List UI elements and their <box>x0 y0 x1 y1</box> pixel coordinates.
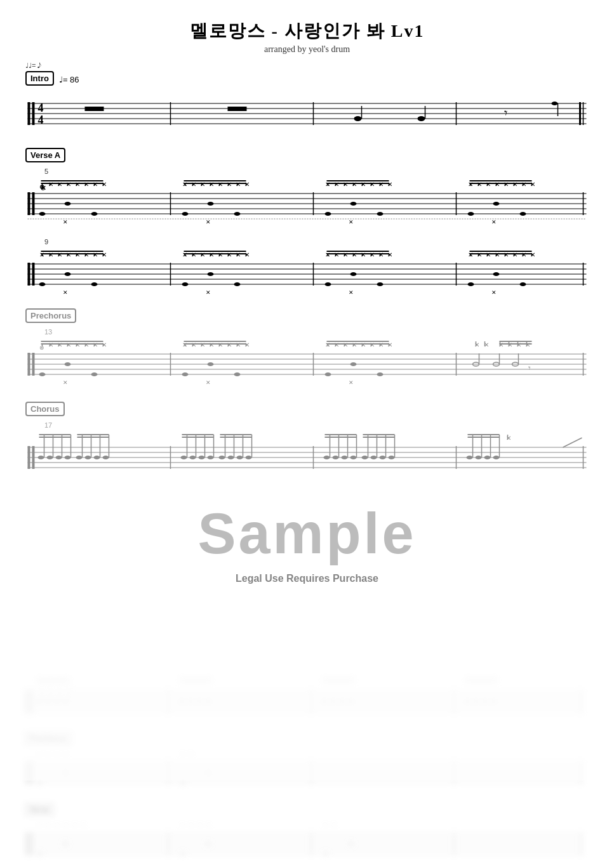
svg-text:✕: ✕ <box>477 181 482 188</box>
svg-text:✕: ✕ <box>484 341 489 348</box>
svg-text:✕: ✕ <box>361 251 366 258</box>
svg-point-377 <box>333 456 339 459</box>
svg-text:✕: ✕ <box>102 251 107 258</box>
svg-text:✕: ✕ <box>468 251 473 258</box>
svg-text:✕: ✕ <box>209 341 214 348</box>
blurred-prechorus-label: Prechorus <box>25 732 589 746</box>
subtitle: arranged by yeol's drum <box>25 44 589 55</box>
svg-point-56 <box>65 202 71 206</box>
svg-rect-229 <box>28 353 30 376</box>
svg-point-489 <box>180 852 186 856</box>
main-title: 멜로망스 - 사랑인가 봐 Lv1 <box>25 19 589 43</box>
svg-point-375 <box>324 456 330 459</box>
svg-point-118 <box>520 212 526 216</box>
versea-section: Verse A 5 <box>25 148 589 225</box>
intro-staff: 4 4 𝄾 <box>25 91 589 135</box>
svg-rect-471 <box>25 832 28 855</box>
svg-text:✕: ✕ <box>236 341 241 348</box>
blurred-row-3: ✕ ✕ ✕ ✕ ✕ ✕ ✕ ✕ ✕ ✕ <box>25 818 589 868</box>
svg-point-254 <box>91 372 98 376</box>
svg-text:✕: ✕ <box>325 251 330 258</box>
svg-text:✕: ✕ <box>209 251 214 258</box>
svg-point-395 <box>467 456 473 459</box>
svg-text:✕: ✕ <box>486 251 491 258</box>
chorus-section: Chorus 17 <box>25 402 589 479</box>
svg-text:✕: ✕ <box>236 181 241 188</box>
svg-point-399 <box>484 456 491 459</box>
svg-text:✕: ✕ <box>57 181 62 188</box>
svg-text:✕: ✕ <box>378 181 384 188</box>
svg-text:✕: ✕ <box>498 341 504 348</box>
svg-text:✕: ✕ <box>57 251 62 258</box>
svg-point-351 <box>103 456 109 459</box>
svg-text:✕: ✕ <box>75 251 80 258</box>
svg-point-359 <box>199 456 205 459</box>
svg-point-177 <box>208 272 214 276</box>
svg-point-465 <box>205 771 211 775</box>
svg-text:✕: ✕ <box>182 341 187 348</box>
legal-text: Legal Use Requires Purchase <box>236 573 378 584</box>
svg-point-371 <box>246 456 252 459</box>
svg-text:✕: ✕ <box>75 181 80 188</box>
measure-5: 5 <box>44 168 48 175</box>
svg-text:✕: ✕ <box>206 379 211 386</box>
svg-text:✕: ✕ <box>37 822 42 828</box>
svg-rect-412 <box>30 690 32 713</box>
chorus-staff: ✕ <box>25 431 589 479</box>
svg-text:✕: ✕ <box>507 341 512 348</box>
svg-text:✕: ✕ <box>495 181 500 188</box>
svg-text:✕: ✕ <box>81 822 86 828</box>
svg-text:✕: ✕ <box>387 181 392 188</box>
svg-point-295 <box>325 372 331 376</box>
svg-text:✕: ✕ <box>84 181 89 188</box>
svg-text:✕: ✕ <box>521 181 526 188</box>
svg-text:✕: ✕ <box>48 341 53 348</box>
svg-text:✕: ✕ <box>66 341 71 348</box>
svg-text:✕: ✕ <box>512 251 517 258</box>
svg-text:✕: ✕ <box>93 181 98 188</box>
intro-tempo: ♩= 86 <box>59 75 79 84</box>
blurred-verse-label: Verse <box>25 803 589 817</box>
svg-text:✕: ✕ <box>93 341 98 348</box>
svg-text:✕: ✕ <box>37 751 42 757</box>
svg-point-255 <box>65 362 71 366</box>
svg-text:✕: ✕ <box>521 251 526 258</box>
svg-point-389 <box>380 456 386 459</box>
svg-text:✕: ✕ <box>349 289 354 296</box>
svg-text:✕: ✕ <box>370 181 375 188</box>
svg-text:✕: ✕ <box>352 341 357 348</box>
svg-text:✕: ✕ <box>39 251 44 258</box>
svg-text:✕: ✕ <box>63 751 69 757</box>
svg-text:✕: ✕ <box>486 181 491 188</box>
svg-text:✕: ✕ <box>491 289 497 296</box>
svg-text:✕: ✕ <box>93 251 98 258</box>
svg-point-443 <box>482 700 488 704</box>
svg-point-460 <box>37 781 43 785</box>
svg-text:✕: ✕ <box>370 251 375 258</box>
sample-text: Sample <box>197 501 416 567</box>
prechorus-staff: ⊗ ✕ ✕ ✕ ✕ ✕ ✕ ✕ <box>25 338 589 389</box>
versea-staff-2: ✕ ✕ ✕ ✕ ✕ ✕ ✕ ✕ <box>25 248 589 296</box>
svg-text:✕: ✕ <box>477 251 482 258</box>
svg-text:✕: ✕ <box>48 181 53 188</box>
svg-text:✕: ✕ <box>370 341 375 348</box>
svg-text:✕: ✕ <box>46 822 51 828</box>
svg-point-77 <box>208 202 214 206</box>
svg-text:4: 4 <box>38 114 44 126</box>
svg-point-494 <box>348 842 354 846</box>
svg-point-437 <box>339 700 345 704</box>
svg-text:✕: ✕ <box>349 379 354 386</box>
svg-text:✕: ✕ <box>244 251 250 258</box>
svg-text:✕: ✕ <box>63 289 68 296</box>
svg-point-76 <box>234 212 241 216</box>
svg-rect-130 <box>28 263 30 286</box>
svg-point-369 <box>237 456 243 459</box>
svg-text:✕: ✕ <box>343 251 348 258</box>
svg-point-345 <box>76 456 83 459</box>
title-area: 멜로망스 - 사랑인가 봐 Lv1 arranged by yeol's dru… <box>25 19 589 55</box>
svg-text:✕: ✕ <box>206 219 211 225</box>
svg-point-21 <box>552 102 558 105</box>
svg-text:✕: ✕ <box>530 251 535 258</box>
svg-point-117 <box>468 212 474 216</box>
notation-area: ♩♩= 𝅗𝅥𝅘𝅥𝅮 Intro ♩= 86 4 4 <box>25 61 589 479</box>
